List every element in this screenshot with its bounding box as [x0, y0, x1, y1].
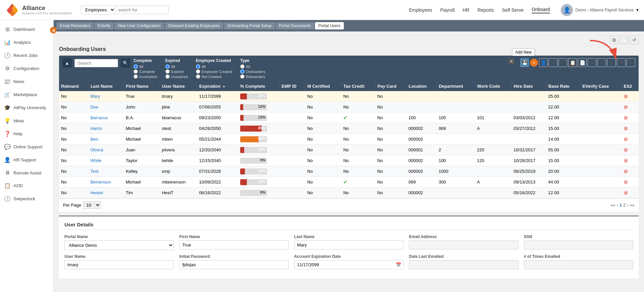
remove-icon[interactable]: ⊗	[624, 147, 628, 153]
account-expiration-input[interactable]	[294, 261, 394, 269]
email-input[interactable]	[409, 240, 518, 249]
remove-icon[interactable]: ⊗	[624, 136, 628, 142]
table-row[interactable]: No Doe John jdoe 07/06/2055 12% No No No…	[59, 102, 639, 113]
cell-es2[interactable]: ⊗	[622, 177, 638, 188]
columns-button[interactable]: ⊞	[617, 58, 626, 67]
cell-es2[interactable]: ⊗	[622, 166, 638, 177]
table-row[interactable]: No Ben Michael mben 05/21/2044 69% No No…	[59, 134, 639, 145]
tab-everify[interactable]: EVerify	[94, 22, 114, 29]
portal-name-select[interactable]: Alliance Demo	[64, 240, 174, 250]
toolbar-search-button[interactable]: 🔍	[121, 58, 130, 68]
calendar-icon[interactable]: 📅	[394, 262, 403, 267]
col-tax-credit[interactable]: Tax Credit	[341, 81, 375, 91]
sidebar-item-marketplace[interactable]: 🛒 Marketplace	[0, 88, 53, 101]
settings-button[interactable]: ⚙	[627, 58, 635, 67]
user-name-input[interactable]	[64, 260, 174, 269]
sidebar-item-analytics[interactable]: 📊 Analytics	[0, 36, 53, 49]
nav-employees[interactable]: Employees	[409, 7, 432, 13]
sidebar-item-allpay-university[interactable]: 🎓 AllPay University	[0, 101, 53, 114]
filter-complete-incomplete[interactable]: Incomplete	[133, 74, 157, 79]
sidebar-item-remote-assist[interactable]: 🖥 Remote Assist	[0, 166, 53, 179]
cell-es2[interactable]: ⊗	[622, 113, 638, 123]
col-department[interactable]: Department	[437, 81, 475, 91]
table-row[interactable]: No Test Kelley smp 07/31/2028 18% No No …	[59, 166, 639, 177]
col-expiration[interactable]: Expiration ▼	[197, 81, 238, 91]
col-user-name[interactable]: User Name	[160, 81, 197, 91]
table-row[interactable]: No Harris Michael stest 04/26/2050 80% N…	[59, 123, 639, 134]
remove-icon[interactable]: ⊗	[624, 126, 628, 131]
col-i9[interactable]: I9 Certified	[305, 81, 341, 91]
tab-onboard-existing[interactable]: Onboard Existing Employees	[165, 22, 223, 29]
times-emailed-input[interactable]	[524, 260, 633, 269]
cell-es2[interactable]: ⊗	[622, 155, 638, 166]
sidebar-item-configuration[interactable]: ⚙ Configuration	[0, 62, 53, 75]
save-button[interactable]: 💾	[520, 58, 529, 67]
filter-type-all[interactable]: All	[240, 64, 265, 69]
page-first[interactable]: ««	[610, 203, 615, 208]
remove-icon[interactable]: ⊗	[624, 93, 628, 99]
col-pct-complete[interactable]: % Complete	[238, 81, 279, 91]
filter-type-reboarders[interactable]: Reboarders	[240, 74, 265, 79]
filter-emp-not-created[interactable]: Not Created	[196, 74, 232, 79]
col-last-name[interactable]: Last Name	[88, 81, 124, 91]
nav-hr[interactable]: HR	[463, 7, 469, 13]
cell-es2[interactable]: ⊗	[622, 102, 638, 113]
col-everify[interactable]: EVerify Case	[580, 81, 622, 91]
copy2-button[interactable]: 📄	[578, 58, 587, 67]
page-last[interactable]: »»	[630, 203, 635, 208]
table-row[interactable]: No Mary True tmary 11/17/2099 26% No No …	[59, 91, 639, 102]
tab-onboarding-portal-setup[interactable]: Onboarding Portal Setup	[224, 22, 275, 29]
page-current[interactable]: 1	[620, 203, 622, 208]
col-pay-card[interactable]: Pay Card	[375, 81, 407, 91]
tab-email-reminders[interactable]: Email Reminders	[56, 22, 94, 29]
page-next[interactable]: ›	[627, 203, 628, 208]
email-button[interactable]: @	[558, 58, 567, 67]
filter-complete-all[interactable]: All	[133, 64, 157, 69]
list-button[interactable]: ☰	[588, 58, 596, 67]
user-dropdown-icon[interactable]: ▾	[636, 7, 639, 12]
filter-emp-all[interactable]: All	[196, 64, 232, 69]
table-row[interactable]: No Hester Tim HestT 06/16/2022 0% No No …	[59, 188, 639, 198]
tab-portal-documents[interactable]: Portal Documents	[276, 22, 314, 29]
sidebar-item-hr-support[interactable]: 👤 HR Support	[0, 153, 53, 166]
sidebar-collapse-btn[interactable]: ◀	[50, 27, 57, 33]
date-last-emailed-input[interactable]	[409, 260, 518, 269]
ssn-input[interactable]	[524, 240, 633, 249]
remove-icon[interactable]: ⊗	[624, 104, 628, 110]
add-new-button[interactable]: +	[530, 59, 538, 67]
global-search-input[interactable]	[115, 6, 169, 14]
remove-icon[interactable]: ⊗	[624, 158, 628, 163]
toolbar-search-input[interactable]	[74, 59, 118, 67]
sidebar-item-news[interactable]: 📰 News	[0, 75, 53, 88]
sidebar-item-recent-jobs[interactable]: 🕐 Recent Jobs	[0, 49, 53, 62]
remove-icon[interactable]: ⊗	[624, 179, 628, 185]
filter-emp-created[interactable]: Employee Created	[196, 69, 232, 74]
grid-view-button[interactable]: ⊞	[610, 35, 619, 44]
cell-es2[interactable]: ⊗	[622, 145, 638, 155]
tab-new-user-config[interactable]: New User Configuration	[114, 22, 164, 29]
toolbar-expand-button[interactable]: ▲	[62, 58, 72, 68]
sidebar-item-online-support[interactable]: 💬 Online Support	[0, 140, 53, 153]
filter-type-onboarders[interactable]: Onboarders	[240, 69, 265, 74]
page-prev[interactable]: ‹	[616, 203, 618, 208]
export-button[interactable]: ↗	[597, 58, 606, 67]
copy-button[interactable]: 📋	[568, 58, 577, 67]
table-row[interactable]: No Barracus B.A. bbarracus 09/23/2050 13…	[59, 113, 639, 123]
history-button[interactable]: ↺	[630, 35, 639, 44]
table-row[interactable]: No Beinenson Michael mbeinenson 10/09/20…	[59, 177, 639, 188]
filter-button[interactable]: ▼	[607, 58, 616, 67]
cell-es2[interactable]: ⊗	[622, 123, 638, 134]
sidebar-item-dashboard[interactable]: ⊞ Dashboard	[0, 23, 53, 36]
col-first-name[interactable]: First Name	[124, 81, 160, 91]
search-category-select[interactable]: Employees	[81, 5, 115, 14]
col-es2[interactable]: ES2	[622, 81, 638, 91]
initial-password-input[interactable]	[179, 260, 288, 269]
nav-self-serve[interactable]: Self Serve	[502, 7, 524, 13]
cell-es2[interactable]: ⊗	[622, 91, 638, 102]
sidebar-item-ideas[interactable]: 💡 Ideas	[0, 114, 53, 127]
cell-es2[interactable]: ⊗	[622, 134, 638, 145]
undo-button[interactable]: ↩	[549, 58, 557, 67]
filter-expired-all[interactable]: All	[165, 64, 188, 69]
last-name-input[interactable]	[294, 240, 404, 249]
col-emp-id[interactable]: EMP ID	[279, 81, 305, 91]
